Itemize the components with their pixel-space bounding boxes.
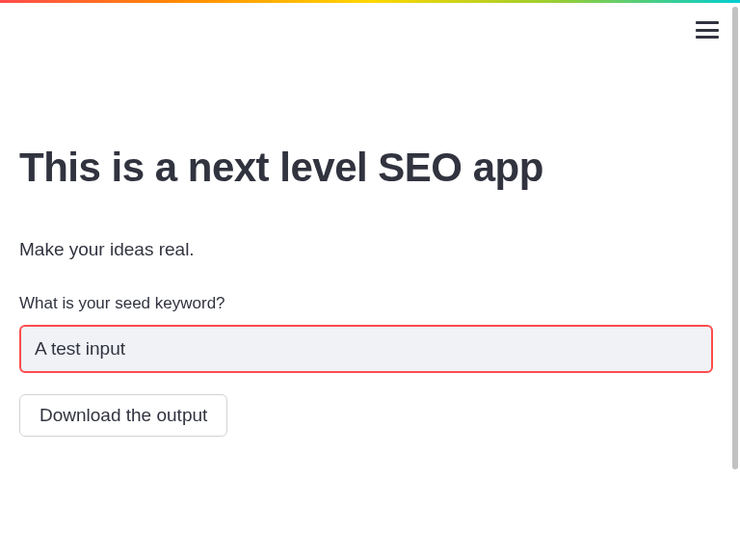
seed-keyword-label: What is your seed keyword? (19, 294, 694, 313)
scrollbar-track (730, 3, 740, 560)
subtitle: Make your ideas real. (19, 239, 694, 260)
page-title: This is a next level SEO app (19, 145, 694, 191)
hamburger-menu-icon[interactable] (696, 21, 719, 39)
download-button[interactable]: Download the output (19, 394, 227, 437)
main-content: This is a next level SEO app Make your i… (0, 0, 713, 456)
seed-keyword-input[interactable] (19, 325, 713, 373)
scrollbar-thumb[interactable] (732, 7, 738, 469)
top-gradient-bar (0, 0, 740, 3)
